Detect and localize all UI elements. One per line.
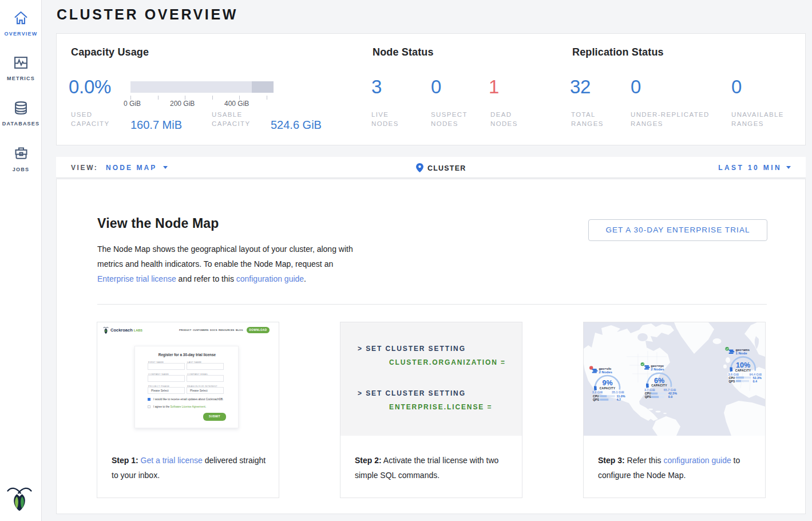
svg-text:65.7 GiB: 65.7 GiB [664, 388, 676, 392]
svg-text:2 Nodes: 2 Nodes [599, 370, 613, 374]
svg-text:0.4: 0.4 [753, 380, 758, 383]
svg-text:3.7 GiB: 3.7 GiB [644, 388, 655, 392]
svg-text:4.7: 4.7 [617, 398, 621, 401]
svg-text:1 Node: 1 Node [736, 352, 748, 355]
svg-text:3.2 GiB: 3.2 GiB [592, 390, 603, 394]
svg-text:QPS: QPS [728, 380, 735, 383]
svg-text:35.1 GiB: 35.1 GiB [612, 390, 624, 394]
svg-text:CAPACITY: CAPACITY [600, 386, 616, 390]
svg-text:2 Nodes: 2 Nodes [651, 368, 664, 371]
svg-text:CAPACITY: CAPACITY [651, 384, 667, 387]
svg-text:QPS: QPS [645, 395, 651, 398]
svg-text:CAPACITY: CAPACITY [735, 369, 751, 372]
svg-text:QPS: QPS [593, 398, 599, 401]
svg-text:0.0: 0.0 [668, 395, 673, 398]
